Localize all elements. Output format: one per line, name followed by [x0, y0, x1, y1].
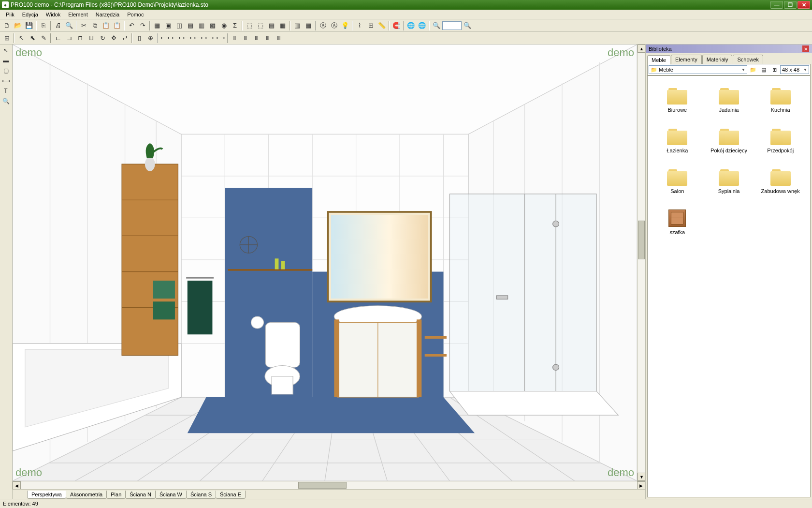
dimension-tool-icon[interactable]: ⟷ [1, 76, 11, 86]
distribute-icon[interactable]: ⊪ [241, 33, 251, 44]
align-icon[interactable]: ⊔ [86, 33, 97, 44]
move-icon[interactable]: ✥ [108, 33, 119, 44]
layers-icon[interactable]: ▤ [266, 20, 277, 31]
distribute-icon[interactable]: ⊪ [263, 33, 274, 44]
text-tool-icon[interactable]: T [1, 86, 11, 96]
save-file-icon[interactable]: 💾 [24, 20, 34, 31]
print-preview-icon[interactable]: 🔍 [64, 20, 74, 31]
dim-icon[interactable]: ⟷ [193, 33, 203, 44]
up-folder-icon[interactable]: 📁 [748, 65, 758, 75]
scroll-down-icon[interactable]: ▼ [638, 473, 646, 481]
tab-sciana-s[interactable]: Ściana S [186, 491, 216, 499]
close-button[interactable]: ✕ [798, 1, 810, 9]
tab-aksonometria[interactable]: Aksonometria [66, 491, 107, 499]
tab-sciana-w[interactable]: Ściana W [155, 491, 187, 499]
redo-icon[interactable]: ↷ [137, 20, 148, 31]
grid-icon[interactable]: ⊞ [365, 20, 376, 31]
align-icon[interactable]: ⊏ [53, 33, 63, 44]
select-icon[interactable]: ↖ [16, 33, 27, 44]
scroll-right-icon[interactable]: ▶ [637, 481, 645, 490]
view-icon[interactable]: ▦ [303, 20, 314, 31]
align-icon[interactable]: ▯ [134, 33, 145, 44]
zoom-in-icon[interactable]: 🔍 [462, 20, 473, 31]
cut-icon[interactable]: ✂ [78, 20, 89, 31]
copy-icon[interactable]: ⧉ [89, 20, 100, 31]
menu-edycja[interactable]: Edycja [18, 11, 42, 18]
maximize-button[interactable]: ❐ [784, 1, 797, 9]
grid-snap-icon[interactable]: ⊞ [1, 33, 12, 44]
tool-icon[interactable]: ▥ [196, 20, 207, 31]
lib-item-lazienka[interactable]: Łazienka [652, 121, 702, 160]
dim-icon[interactable]: ⟷ [160, 33, 170, 44]
lib-item-jadalnia[interactable]: Jadalnia [704, 81, 754, 120]
scroll-up-icon[interactable]: ▲ [638, 45, 646, 53]
magnet-icon[interactable]: 🧲 [391, 20, 402, 31]
paste-special-icon[interactable]: 📋 [112, 20, 122, 31]
menu-widok[interactable]: Widok [42, 11, 65, 18]
new-file-icon[interactable]: 🗋 [1, 20, 12, 31]
ungroup-icon[interactable]: ⬚ [255, 20, 266, 31]
lib-item-pokoj-dzieciecy[interactable]: Pokój dziecięcy [704, 121, 754, 160]
wall-tool-icon[interactable]: ▬ [1, 56, 11, 65]
minimize-button[interactable]: — [770, 1, 783, 9]
tool-icon[interactable]: ▣ [163, 20, 174, 31]
tab-plan[interactable]: Plan [106, 491, 126, 499]
dim-icon[interactable]: ⟷ [171, 33, 181, 44]
layers-icon[interactable]: ▦ [277, 20, 288, 31]
export-icon[interactable]: ⎘ [38, 20, 49, 31]
misc-icon[interactable]: ⌇ [354, 20, 365, 31]
tool-icon[interactable]: ▩ [207, 20, 218, 31]
menu-plik[interactable]: Plik [2, 11, 18, 18]
menu-pomoc[interactable]: Pomoc [123, 11, 147, 18]
lib-tab-materialy[interactable]: Materiały [702, 55, 733, 64]
view-grid-icon[interactable]: ⊞ [769, 65, 779, 75]
tool-icon[interactable]: ◫ [174, 20, 185, 31]
center-icon[interactable]: ⊕ [145, 33, 156, 44]
element-tool-icon[interactable]: ▢ [1, 66, 11, 75]
group-icon[interactable]: ⬚ [244, 20, 255, 31]
menu-element[interactable]: Element [64, 11, 91, 18]
library-close-icon[interactable]: ✕ [802, 45, 809, 52]
dim-icon[interactable]: ⟷ [215, 33, 226, 44]
view-icon[interactable]: ▥ [292, 20, 303, 31]
align-icon[interactable]: ⊓ [75, 33, 86, 44]
pointer-icon[interactable]: ⬉ [27, 33, 38, 44]
scroll-left-icon[interactable]: ◀ [13, 481, 21, 490]
view-list-icon[interactable]: ▤ [759, 65, 768, 75]
lib-item-przedpokoj[interactable]: Przedpokój [755, 121, 805, 160]
dimension-icon[interactable]: Ⓐ [329, 20, 339, 31]
selection-tool-icon[interactable]: ↖ [1, 45, 11, 55]
dim-icon[interactable]: ⟷ [182, 33, 192, 44]
lib-tab-elementy[interactable]: Elementy [671, 55, 702, 64]
open-file-icon[interactable]: 📂 [13, 20, 23, 31]
distribute-icon[interactable]: ⊪ [252, 33, 262, 44]
paste-icon[interactable]: 📋 [101, 20, 111, 31]
align-icon[interactable]: ⊐ [64, 33, 74, 44]
vertical-scrollbar[interactable]: ▲ ▼ [637, 45, 645, 481]
zoom-tool-icon[interactable]: 🔍 [1, 96, 11, 106]
dim-icon[interactable]: ⟷ [204, 33, 215, 44]
sum-icon[interactable]: Σ [230, 20, 240, 31]
library-folder-dropdown[interactable]: 📁 Meble [649, 65, 747, 74]
lib-item-sypialnia[interactable]: Sypialnia [704, 162, 754, 201]
lib-tab-meble[interactable]: Meble [647, 55, 670, 64]
ruler-icon[interactable]: 📏 [377, 20, 387, 31]
flip-icon[interactable]: ⇄ [119, 33, 130, 44]
tab-sciana-e[interactable]: Ściana E [216, 491, 246, 499]
lib-item-salon[interactable]: Salon [652, 162, 702, 201]
lib-tab-schowek[interactable]: Schowek [733, 55, 763, 64]
tab-perspektywa[interactable]: Perspektywa [27, 491, 66, 499]
undo-icon[interactable]: ↶ [126, 20, 137, 31]
light-icon[interactable]: 💡 [340, 20, 350, 31]
lib-item-kuchnia[interactable]: Kuchnia [755, 81, 805, 120]
edit-icon[interactable]: ✎ [38, 33, 49, 44]
zoom-out-icon[interactable]: 🔍 [431, 20, 442, 31]
lib-item-szafka[interactable]: szafka [652, 203, 702, 241]
tool-icon[interactable]: ▤ [185, 20, 196, 31]
menu-narzedzia[interactable]: Narzędzia [92, 11, 124, 18]
horizontal-scrollbar[interactable]: ◀ ▶ [13, 481, 645, 489]
print-icon[interactable]: 🖨 [53, 20, 63, 31]
tool-icon[interactable]: ◉ [218, 20, 229, 31]
tab-sciana-n[interactable]: Ściana N [125, 491, 156, 499]
globe-icon[interactable]: 🌐 [406, 20, 416, 31]
